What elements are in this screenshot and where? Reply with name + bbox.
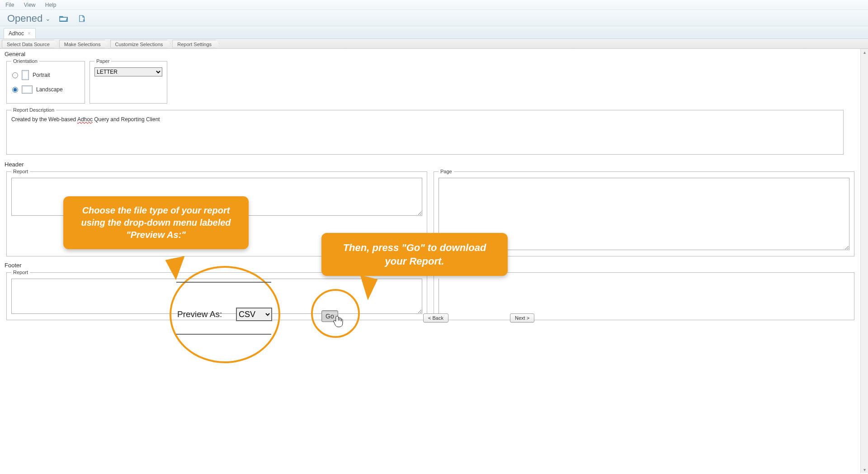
- footer-page-group: Page: [434, 270, 854, 320]
- portrait-label: Portrait: [33, 72, 50, 78]
- zoom-line-top: [176, 282, 271, 283]
- toolbar: Opened ⌄: [0, 10, 868, 26]
- callout-preview-as: Choose the file type of your report usin…: [63, 196, 249, 249]
- menu-help[interactable]: Help: [45, 2, 57, 8]
- landscape-label: Landscape: [36, 86, 63, 93]
- report-description-legend: Report Description: [11, 107, 56, 113]
- landscape-icon: [22, 85, 33, 94]
- portrait-radio[interactable]: [12, 72, 18, 78]
- vertical-scrollbar[interactable]: ▴ ▾: [860, 49, 868, 473]
- new-doc-icon[interactable]: [77, 14, 87, 23]
- callout-go: Then, press "Go" to download your Report…: [321, 233, 508, 276]
- footer-report-legend: Report: [11, 270, 30, 275]
- report-description-group: Report Description Created by the Web-ba…: [6, 107, 844, 155]
- zoom-line-bottom: [176, 334, 271, 335]
- paper-legend: Paper: [94, 58, 111, 64]
- opened-dropdown[interactable]: Opened ⌄: [7, 13, 51, 24]
- orientation-group: Orientation Portrait Landscape: [6, 58, 85, 104]
- preview-as-label: Preview As:: [177, 309, 222, 319]
- paper-select[interactable]: LETTER: [94, 67, 162, 76]
- bc-select-data-source[interactable]: Select Data Source: [2, 40, 57, 48]
- landscape-radio[interactable]: [12, 87, 18, 93]
- bc-report-settings[interactable]: Report Settings: [172, 40, 219, 48]
- bc-make-selections[interactable]: Make Selections: [59, 40, 108, 48]
- cursor-hand-icon: [333, 315, 345, 328]
- tab-adhoc[interactable]: Adhoc ×: [4, 28, 36, 38]
- tab-label: Adhoc: [9, 30, 24, 37]
- section-header-title: Header: [0, 159, 859, 169]
- report-description-textarea[interactable]: Created by the Web-based Adhoc Query and…: [11, 116, 839, 150]
- menu-file[interactable]: File: [5, 2, 14, 8]
- folder-open-icon[interactable]: [59, 14, 69, 23]
- breadcrumb: Select Data Source Make Selections Custo…: [0, 39, 868, 49]
- chevron-down-icon: ⌄: [45, 15, 51, 22]
- header-page-legend: Page: [439, 169, 454, 174]
- tab-bar: Adhoc ×: [0, 26, 868, 39]
- paper-group: Paper LETTER: [90, 58, 167, 104]
- bc-customize-selections[interactable]: Customize Selections: [110, 40, 171, 48]
- orientation-legend: Orientation: [11, 58, 39, 64]
- section-general-title: General: [0, 49, 859, 58]
- preview-as-zoom: Preview As: CSV: [177, 308, 272, 321]
- header-report-legend: Report: [11, 169, 30, 174]
- portrait-icon: [22, 70, 29, 80]
- back-button[interactable]: < Back: [423, 313, 448, 322]
- preview-as-select[interactable]: CSV: [236, 308, 272, 321]
- next-button[interactable]: Next >: [510, 313, 534, 322]
- misspell-adhoc: Adhoc: [77, 116, 93, 123]
- scroll-down-icon[interactable]: ▾: [861, 466, 868, 473]
- scroll-up-icon[interactable]: ▴: [861, 49, 868, 56]
- opened-label: Opened: [7, 13, 42, 24]
- menu-bar: File View Help: [0, 0, 868, 10]
- close-icon[interactable]: ×: [28, 30, 31, 37]
- menu-view[interactable]: View: [24, 2, 36, 8]
